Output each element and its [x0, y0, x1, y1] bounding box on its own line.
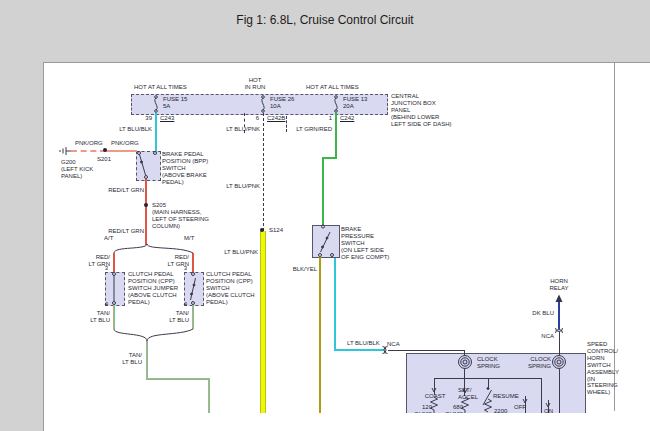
clockspring2-drop — [559, 369, 560, 413]
lt-grn-red-jog — [322, 157, 337, 159]
g200-label: G200 (LEFT KICK PANEL) — [61, 159, 93, 180]
bpp-switch-box — [136, 151, 161, 181]
tan-horizontal-wire — [146, 378, 210, 380]
ohms-2200-label: 2200 — [494, 408, 507, 413]
bpp-switch-label: BRAKE PEDAL POSITION (BPP) SWITCH (ABOVE… — [162, 151, 208, 186]
tan-lt-blu-right: TAN/ LT BLU — [161, 310, 189, 324]
splice-s124-dot — [260, 228, 264, 232]
tan-lt-blu-left: TAN/ LT BLU — [82, 310, 110, 324]
merge-brace — [114, 329, 193, 341]
splice-s205-label: S205 (MAIN HARNESS, LEFT OF STEERING COL… — [152, 202, 209, 230]
clock-spring-label-2: CLOCK SPRING — [521, 356, 551, 370]
hot-at-all-times-left: HOT AT ALL TIMES — [134, 84, 187, 91]
lt-grn-red-label: LT GRN/RED — [294, 126, 332, 133]
speed-control-assembly-label: SPEED CONTROL/ HORN SWITCH ASSEMBLY (IN … — [587, 341, 619, 396]
nca-label-2: NCA — [530, 333, 554, 340]
ground-icon — [60, 147, 71, 155]
nca-wire — [388, 350, 465, 351]
resume-label: RESUME — [493, 393, 519, 400]
off-label: OFF — [514, 404, 526, 411]
lt-blu-pnk-label-3: LT BLU/PNK — [222, 249, 258, 256]
horn-relay-label: HORN RELAY — [544, 278, 574, 292]
hot-at-all-times-right: HOT AT ALL TIMES — [306, 84, 359, 91]
split-brace — [114, 244, 193, 253]
lt-blu-pnk-label-2: LT BLU/PNK — [224, 183, 260, 190]
pin-6: 6 — [247, 115, 259, 122]
ohms-680-label: 680 OHMS — [443, 404, 463, 413]
diagram-viewer: Fig 1: 6.8L, Cruise Control Circuit — [0, 0, 650, 431]
diagram-clip: HOT AT ALL TIMESHOT IN RUNHOT AT ALL TIM… — [44, 63, 650, 413]
lt-blu-blk-wire-2 — [334, 258, 336, 351]
resume-drop — [488, 378, 489, 388]
brake-pressure-switch-label: BRAKE PRESSURE SWITCH (ON LEFT SIDE OF E… — [341, 226, 389, 261]
blk-yel-wire — [319, 257, 321, 413]
pin-39: 39 — [140, 115, 152, 122]
conn-c242b: C242B — [267, 115, 285, 122]
c242-bracket-dash — [286, 116, 287, 132]
cpp-jumper-box — [105, 272, 125, 306]
fuse-15-label: FUSE 15 5A — [163, 96, 187, 110]
pnk-org-label-2: PNK/ORG — [111, 140, 139, 147]
red-lt-grn-label-2: RED/LT GRN — [108, 228, 144, 235]
lt-blu-blk-label-2: LT BLU/BLK — [347, 340, 380, 347]
pnk-org-wire — [106, 150, 137, 152]
tan-branch-right — [192, 304, 194, 329]
on-label: ON — [544, 408, 553, 413]
nca-label-1: NCA — [387, 341, 400, 348]
pin-4-left: 4 — [98, 301, 108, 308]
dk-blu-wire — [558, 301, 560, 329]
splice-s201-dot — [103, 148, 107, 152]
clock-spring-label-1: CLOCK SPRING — [477, 356, 500, 370]
pnk-org-label-1: PNK/ORG — [75, 140, 103, 147]
lt-grn-red-down — [322, 157, 324, 225]
red-branch-right — [192, 253, 194, 272]
red-lt-grn-label-1: RED/LT GRN — [108, 187, 144, 194]
lt-blu-pnk-label-1: LT BLU/PNK — [224, 126, 260, 133]
page: HOT AT ALL TIMESHOT IN RUNHOT AT ALL TIM… — [43, 62, 650, 431]
mt-label: M/T — [184, 235, 194, 242]
conn-c243: C243 — [160, 115, 174, 122]
cpp-switch-label: CLUTCH PEDAL POSITION (CPP) SWITCH (ABOV… — [206, 271, 255, 306]
figure-title: Fig 1: 6.8L, Cruise Control Circuit — [0, 13, 650, 27]
red-lt-grn-wire — [145, 179, 147, 245]
splice-s205-dot — [144, 203, 148, 207]
red-branch-left — [113, 253, 115, 272]
lt-grn-red-wire — [335, 113, 337, 159]
blk-yel-label: BLK/YEL — [287, 266, 317, 273]
pin-3-right: 3 — [177, 265, 187, 272]
at-label: A/T — [104, 235, 113, 242]
pin-4-right: 4 — [177, 301, 187, 308]
tan-lt-blu-bottom: TAN/ LT BLU — [114, 352, 142, 366]
coast-label: COAST — [419, 393, 451, 400]
splice-s201-label: S201 — [97, 156, 111, 163]
cpp-jumper-label: CLUTCH PEDAL POSITION (CPP) SWITCH JUMPE… — [128, 271, 178, 306]
hot-in-run: HOT IN RUN — [244, 77, 266, 91]
set-accel-label: SET/ ACCEL — [458, 387, 478, 401]
lt-blu-blk-horizontal — [334, 349, 384, 351]
ohms-120-label: 120 OHMS — [412, 404, 432, 413]
fuse-13-label: FUSE 13 20A — [343, 96, 367, 110]
pin-1: 1 — [320, 115, 332, 122]
horn-feed-wire — [559, 332, 560, 356]
tan-branch-left — [113, 304, 115, 329]
conn-c242: C242 — [340, 115, 354, 122]
right-drop — [541, 378, 542, 413]
lt-blu-pnk-dashed-wire — [263, 113, 264, 231]
lt-blu-blk-label-1: LT BLU/BLK — [116, 126, 152, 133]
splice-s124-label: S124 — [269, 227, 283, 234]
fuse-26-label: FUSE 26 10A — [270, 96, 294, 110]
lt-blu-blk-wire — [155, 113, 157, 152]
brake-pressure-switch-box — [312, 225, 340, 258]
central-junction-box-label: CENTRAL JUNCTION BOX PANEL (BEHIND LOWER… — [391, 93, 452, 128]
clockspring1-feed — [464, 350, 465, 356]
pnk-org-dashed-wire — [71, 150, 106, 152]
lt-blu-pnk-highlighted-wire — [260, 231, 266, 413]
cpp-switch-box — [184, 272, 204, 306]
pin-3-left: 3 — [98, 265, 108, 272]
tan-single-wire — [146, 341, 148, 380]
dk-blu-label: DK BLU — [526, 310, 554, 317]
tan-down-wire — [208, 378, 210, 413]
